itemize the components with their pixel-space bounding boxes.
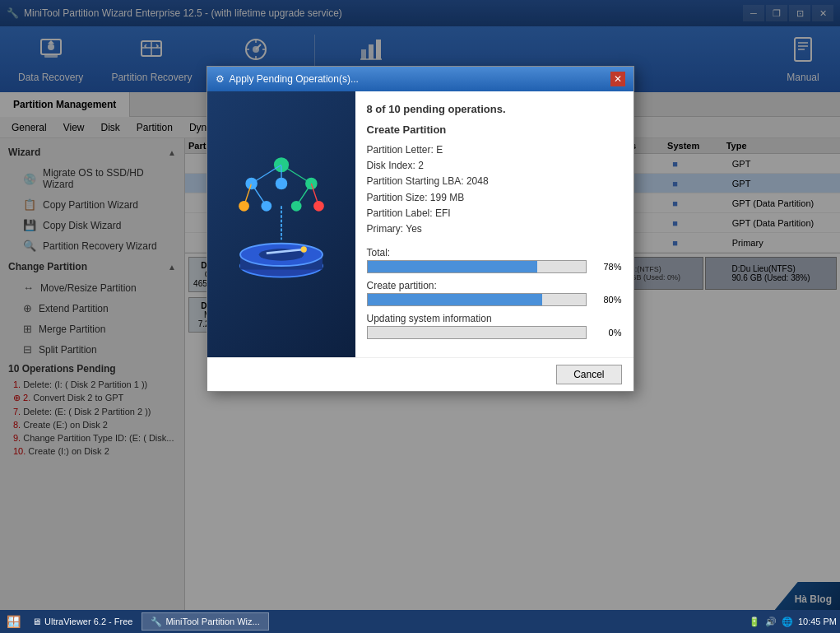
progress-system-bg (367, 326, 587, 339)
progress-create-label: Create partition: (367, 280, 622, 291)
taskbar-ultraviewer[interactable]: 🖥 UltraViewer 6.2 - Free (23, 612, 142, 631)
detail-lba: Partition Starting LBA: 2048 (367, 174, 622, 189)
progress-total-bg (367, 260, 587, 273)
progress-create-pct: 80% (593, 295, 622, 305)
detail-primary: Primary: Yes (367, 221, 622, 237)
progress-system-label: Updating system information (367, 313, 622, 324)
progress-create-bg (367, 293, 587, 306)
modal-image (207, 91, 355, 357)
progress-create-section: Create partition: 80% (367, 280, 622, 306)
tray-icon-sound: 🔊 (765, 617, 777, 627)
detail-disk-index: Disk Index: 2 (367, 158, 622, 174)
ultraviewer-icon: 🖥 (32, 617, 41, 626)
svg-line-22 (251, 184, 266, 206)
windows-icon: 🪟 (7, 615, 21, 628)
modal-overlay[interactable]: ⚙ Apply Pending Operation(s)... ✕ (0, 0, 840, 633)
modal-title: Apply Pending Operation(s)... (230, 73, 359, 85)
progress-create-bar (368, 294, 542, 305)
progress-total-label: Total: (367, 247, 622, 258)
taskbar-right: 🔋 🔊 🌐 10:45 PM (749, 617, 837, 627)
svg-line-23 (296, 184, 311, 206)
detail-size: Partition Size: 199 MB (367, 190, 622, 206)
modal-cancel-button[interactable]: Cancel (556, 365, 621, 384)
progress-total-bar (368, 261, 538, 272)
modal-footer: Cancel (207, 357, 633, 391)
svg-point-31 (300, 246, 306, 252)
progress-create-row: 80% (367, 293, 622, 306)
apply-pending-modal: ⚙ Apply Pending Operation(s)... ✕ (207, 66, 634, 392)
progress-system-row: 0% (367, 326, 622, 339)
progress-total-section: Total: 78% (367, 247, 622, 273)
taskbar: 🪟 🖥 UltraViewer 6.2 - Free 🔧 MiniTool Pa… (0, 610, 840, 633)
detail-label: Partition Label: EFI (367, 206, 622, 221)
start-button[interactable]: 🪟 (3, 612, 23, 631)
progress-system-pct: 0% (593, 328, 622, 337)
tray-icon-battery: 🔋 (749, 617, 760, 627)
taskbar-time: 10:45 PM (798, 617, 837, 626)
modal-op-title: Create Partition (367, 123, 622, 136)
modal-titlebar: ⚙ Apply Pending Operation(s)... ✕ (207, 67, 633, 91)
modal-content: 8 of 10 pending operations. Create Parti… (355, 91, 633, 357)
progress-system-section: Updating system information 0% (367, 313, 622, 339)
modal-body: 8 of 10 pending operations. Create Parti… (207, 91, 633, 357)
modal-status: 8 of 10 pending operations. (367, 103, 622, 115)
modal-gear-icon: ⚙ (216, 73, 225, 85)
progress-total-pct: 78% (593, 262, 622, 272)
tray-icon-network: 🌐 (782, 617, 793, 627)
progress-total-row: 78% (367, 260, 622, 273)
taskbar-minitool[interactable]: 🔧 MiniTool Partition Wiz... (142, 612, 268, 631)
minitool-icon: 🔧 (151, 617, 162, 627)
detail-letter: Partition Letter: E (367, 142, 622, 158)
modal-close-button[interactable]: ✕ (610, 72, 625, 86)
modal-details: Partition Letter: E Disk Index: 2 Partit… (367, 142, 622, 237)
